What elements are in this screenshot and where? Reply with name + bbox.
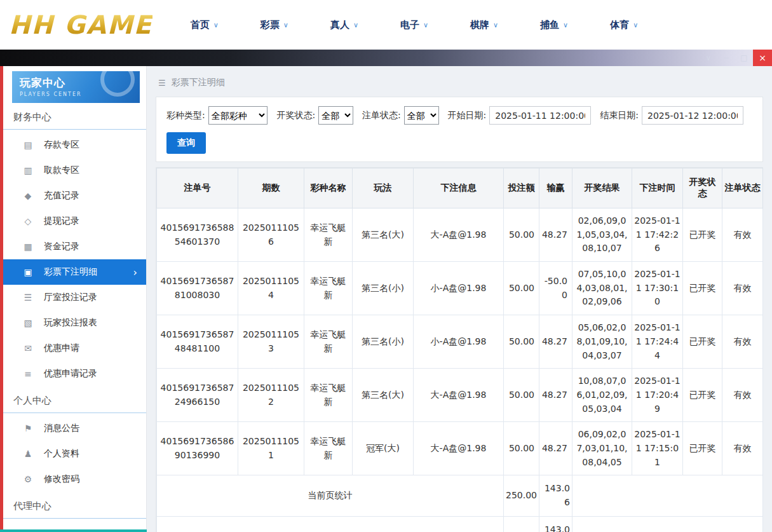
lottery-type-select[interactable]: 全部彩种 [208,106,268,125]
nav-item-live-casino[interactable]: 真人 ∨ [330,19,358,31]
bell-icon: ⚑ [22,423,34,433]
sidebar-item-player-bet-report[interactable]: ▧ 玩家投注报表 [3,310,146,336]
cell-win-loss: 48.27 [539,422,572,475]
col-header-draw-status: 开奖状态 [683,168,722,208]
cell-order-status: 有效 [722,208,763,262]
sidebar-item-deposit[interactable]: ▤ 存款专区 [3,132,146,158]
cell-win-loss: -50.00 [539,262,572,315]
sidebar-title: 玩家中心 [20,76,132,90]
col-header-order-status: 注单状态 [722,168,763,208]
sidebar-item-label: 消息公告 [44,423,79,434]
page-title: 彩票下注明细 [172,77,225,88]
report-icon: ▧ [22,318,34,328]
cell-bet-info: 大-A盘@1.98 [414,369,504,422]
nav-label: 电子 [400,19,419,31]
cell-draw-status: 已开奖 [683,422,722,475]
draw-status-select[interactable]: 全部 [318,106,353,125]
sidebar-item-hall-bet-records[interactable]: ☰ 厅室投注记录 [3,285,146,310]
cell-bet-time: 2025-01-11 17:30:10 [632,262,683,315]
start-date-label: 开始日期: [448,110,487,121]
query-button[interactable]: 查询 [166,132,206,154]
cell-bet-no: 401569173658724966150 [157,369,238,422]
cell-bet-info: 小-A盘@1.98 [414,315,504,369]
user-icon: ♟ [22,449,34,459]
sidebar-item-withdrawal-records[interactable]: ◇ 提现记录 [3,208,146,234]
window-collapse-button[interactable]: ∨ [700,53,717,62]
sidebar-item-funds-records[interactable]: ▦ 资金记录 [3,234,146,259]
sidebar-item-label: 取款专区 [44,165,79,176]
bet-table-panel: 注单号 期数 彩种名称 玩法 下注信息 投注额 输赢 开奖结果 下注时间 开奖状… [156,167,763,532]
cell-play: 第三名(大) [353,208,414,262]
nav-item-lottery[interactable]: 彩票 ∨ [261,19,288,31]
sidebar-item-withdraw[interactable]: ▥ 取款专区 [3,158,146,183]
cell-play: 第三名(大) [353,369,414,422]
sidebar-item-promo-apply[interactable]: ✉ 优惠申请 [3,336,146,361]
col-header-bet-info: 下注信息 [414,168,504,208]
cell-period: 20250111053 [238,315,304,369]
sidebar-section-agent: 代理中心 [3,492,146,519]
sidebar-section-personal: 个人中心 [3,386,146,413]
sidebar-item-label: 资金记录 [44,241,79,252]
nav-item-fishing[interactable]: 捕鱼 ∨ [540,19,568,31]
cell-period: 20250111056 [238,208,304,262]
bet-table: 注单号 期数 彩种名称 玩法 下注信息 投注额 输赢 开奖结果 下注时间 开奖状… [156,168,763,532]
cell-bet-time: 2025-01-11 17:20:49 [632,369,683,422]
nav-item-sports[interactable]: 体育 ∨ [610,19,638,31]
gear-icon: ⚙ [22,474,34,484]
cell-period: 20250111051 [238,422,304,475]
lottery-detail-icon: ▣ [22,267,34,277]
sidebar-item-label: 优惠申请 [44,343,79,354]
start-date-input[interactable] [489,106,591,125]
cell-draw-result: 05,06,02,08,01,09,10,04,03,07 [572,315,632,369]
col-header-play: 玩法 [353,168,414,208]
cell-bet-no: 401569173658854601370 [157,208,238,262]
breadcrumb: ☰ 彩票下注明细 [156,66,763,97]
withdrawal-icon: ◇ [22,216,34,226]
nav-label: 真人 [330,19,349,31]
grand-total-empty [572,516,763,532]
cell-bet-amount: 50.00 [504,369,539,422]
chevron-down-icon: ∨ [563,21,568,29]
sidebar-item-announcements[interactable]: ⚑ 消息公告 [3,416,146,441]
nav-item-slots[interactable]: 电子 ∨ [400,19,428,31]
sidebar-item-label: 玩家投注报表 [44,317,97,329]
top-nav: 首页 ∨ 彩票 ∨ 真人 ∨ 电子 ∨ 棋牌 ∨ 捕鱼 ∨ 体育 ∨ [191,19,638,31]
sidebar-item-label: 彩票下注明细 [44,266,97,278]
sidebar-item-lottery-bet-details[interactable]: ▣ 彩票下注明细 › [3,259,146,285]
page-summary-winloss: 143.06 [539,475,572,516]
sidebar-item-change-password[interactable]: ⚙ 修改密码 [3,467,146,492]
sidebar-section-finance: 财务中心 [3,103,146,130]
cell-win-loss: 48.27 [539,208,572,262]
promo-icon: ✉ [22,343,34,353]
sidebar-item-label: 优惠申请记录 [44,368,97,379]
end-date-input[interactable] [642,106,743,125]
sidebar-item-profile[interactable]: ♟ 个人资料 [3,441,146,467]
window-minimize-button[interactable]: − [717,53,735,62]
window-titlebar: ∨ − □ × [0,50,772,66]
cell-win-loss: 48.27 [539,315,572,369]
brand-logo[interactable]: HH GAME [9,10,152,39]
sidebar-item-label: 存款专区 [44,139,79,151]
cell-bet-amount: 50.00 [504,422,539,475]
window-close-button[interactable]: × [753,50,772,66]
cell-draw-status: 已开奖 [683,369,722,422]
grand-total-row: 总统计 250.00 143.06 [157,516,763,532]
cell-bet-amount: 50.00 [504,208,539,262]
sidebar-item-label: 个人资料 [44,448,79,460]
cell-order-status: 有效 [722,422,763,475]
cell-lottery-name: 幸运飞艇新 [304,208,353,262]
page-summary-label: 当前页统计 [157,475,504,516]
cell-bet-no: 401569173658748481100 [157,315,238,369]
sidebar-item-promo-apply-records[interactable]: ≡ 优惠申请记录 [3,361,146,386]
window-maximize-button[interactable]: □ [735,53,753,62]
nav-item-home[interactable]: 首页 ∨ [191,19,219,31]
table-row: 401569173658781008030 20250111054 幸运飞艇新 … [157,262,763,315]
cell-play: 第三名(小) [353,315,414,369]
sidebar-item-label: 充值记录 [44,190,79,201]
page-summary-row: 当前页统计 250.00 143.06 [157,475,763,516]
sidebar-item-recharge-records[interactable]: ◆ 充值记录 [3,183,146,208]
cell-draw-result: 07,05,10,04,03,08,01,02,09,06 [572,262,632,315]
order-status-select[interactable]: 全部 [404,106,439,125]
nav-item-board-games[interactable]: 棋牌 ∨ [470,19,498,31]
col-header-period: 期数 [238,168,304,208]
